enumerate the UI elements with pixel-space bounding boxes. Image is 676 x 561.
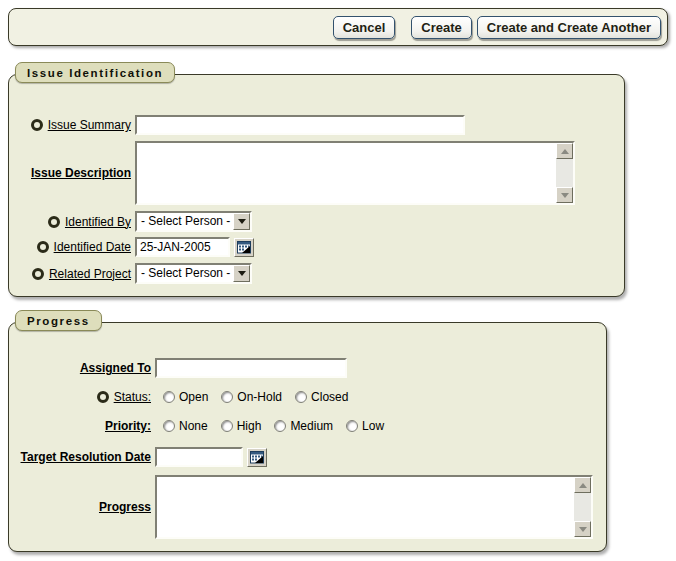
status-option-on-hold-label: On-Hold xyxy=(237,390,282,404)
calendar-icon[interactable] xyxy=(247,448,267,467)
calendar-icon[interactable] xyxy=(234,238,254,257)
issue-description-textarea-frame xyxy=(135,141,575,205)
region-legend: Issue Identification xyxy=(15,62,175,83)
priority-label[interactable]: Priority: xyxy=(105,419,151,433)
radio-icon[interactable] xyxy=(295,391,307,403)
scroll-up-icon[interactable] xyxy=(574,477,591,493)
region-body: Assigned To Status: Open xyxy=(9,323,606,539)
status-option-closed[interactable]: Closed xyxy=(295,390,348,404)
issue-description-label[interactable]: Issue Description xyxy=(31,166,131,180)
radio-icon[interactable] xyxy=(274,420,286,432)
priority-option-low-label: Low xyxy=(362,419,384,433)
target-resolution-date-input[interactable] xyxy=(155,447,243,467)
radio-icon[interactable] xyxy=(163,391,175,403)
priority-radio-group: None High Medium Low xyxy=(155,419,384,433)
region-issue-identification: Issue Identification Issue Summary Issue… xyxy=(8,74,625,297)
region-progress: Progress Assigned To Status: xyxy=(8,322,607,552)
identified-by-label[interactable]: Identified By xyxy=(65,215,131,229)
identified-date-input[interactable] xyxy=(135,237,230,257)
priority-option-high[interactable]: High xyxy=(221,419,262,433)
field-row-issue-summary: Issue Summary xyxy=(9,115,624,135)
scroll-up-icon[interactable] xyxy=(556,143,573,159)
region-legend: Progress xyxy=(15,310,102,331)
scroll-down-icon[interactable] xyxy=(556,187,573,203)
scrollbar[interactable] xyxy=(574,477,591,537)
field-row-identified-by: Identified By - Select Person - xyxy=(9,211,624,232)
chevron-down-icon[interactable] xyxy=(233,213,250,230)
required-icon xyxy=(48,216,60,228)
identified-by-selected-value: - Select Person - xyxy=(137,213,233,230)
field-row-assigned-to: Assigned To xyxy=(9,358,606,378)
radio-icon[interactable] xyxy=(346,420,358,432)
priority-option-none[interactable]: None xyxy=(163,419,208,433)
field-row-status: Status: Open On-Hold xyxy=(9,390,606,404)
status-option-on-hold[interactable]: On-Hold xyxy=(221,390,282,404)
region-body: Issue Summary Issue Description xyxy=(9,75,624,284)
create-and-create-another-button[interactable]: Create and Create Another xyxy=(477,16,661,39)
issue-summary-label[interactable]: Issue Summary xyxy=(48,118,131,132)
scroll-down-icon[interactable] xyxy=(574,521,591,537)
status-option-closed-label: Closed xyxy=(311,390,348,404)
field-row-target-resolution-date: Target Resolution Date xyxy=(9,447,606,467)
priority-option-high-label: High xyxy=(237,419,262,433)
field-row-progress: Progress xyxy=(9,475,606,539)
status-option-open-label: Open xyxy=(179,390,208,404)
identified-by-select[interactable]: - Select Person - xyxy=(135,211,252,232)
priority-option-low[interactable]: Low xyxy=(346,419,384,433)
issue-summary-input[interactable] xyxy=(135,115,465,135)
progress-textarea[interactable] xyxy=(157,477,574,537)
required-icon xyxy=(31,119,43,131)
radio-icon[interactable] xyxy=(221,391,233,403)
field-row-priority: Priority: None High xyxy=(9,419,606,433)
status-radio-group: Open On-Hold Closed xyxy=(155,390,348,404)
assigned-to-input[interactable] xyxy=(155,358,347,378)
related-project-label[interactable]: Related Project xyxy=(49,267,131,281)
chevron-down-icon[interactable] xyxy=(233,265,250,282)
required-icon xyxy=(32,268,44,280)
progress-textarea-frame xyxy=(155,475,593,539)
status-label[interactable]: Status: xyxy=(114,390,151,404)
priority-option-none-label: None xyxy=(179,419,208,433)
required-icon xyxy=(97,391,109,403)
toolbar: Cancel Create Create and Create Another xyxy=(8,8,668,46)
related-project-selected-value: - Select Person - xyxy=(137,265,233,282)
radio-icon[interactable] xyxy=(163,420,175,432)
radio-icon[interactable] xyxy=(221,420,233,432)
issue-description-textarea[interactable] xyxy=(137,143,556,203)
cancel-button[interactable]: Cancel xyxy=(333,16,396,39)
priority-option-medium-label: Medium xyxy=(290,419,333,433)
priority-option-medium[interactable]: Medium xyxy=(274,419,333,433)
status-option-open[interactable]: Open xyxy=(163,390,208,404)
target-resolution-date-label[interactable]: Target Resolution Date xyxy=(21,450,151,464)
related-project-select[interactable]: - Select Person - xyxy=(135,263,252,284)
field-row-issue-description: Issue Description xyxy=(9,141,624,205)
progress-label[interactable]: Progress xyxy=(99,500,151,514)
page: Cancel Create Create and Create Another … xyxy=(0,0,676,561)
identified-date-label[interactable]: Identified Date xyxy=(54,240,131,254)
field-row-identified-date: Identified Date xyxy=(9,237,624,257)
create-button[interactable]: Create xyxy=(411,16,471,39)
required-icon xyxy=(37,241,49,253)
field-row-related-project: Related Project - Select Person - xyxy=(9,263,624,284)
scrollbar[interactable] xyxy=(556,143,573,203)
assigned-to-label[interactable]: Assigned To xyxy=(80,361,151,375)
